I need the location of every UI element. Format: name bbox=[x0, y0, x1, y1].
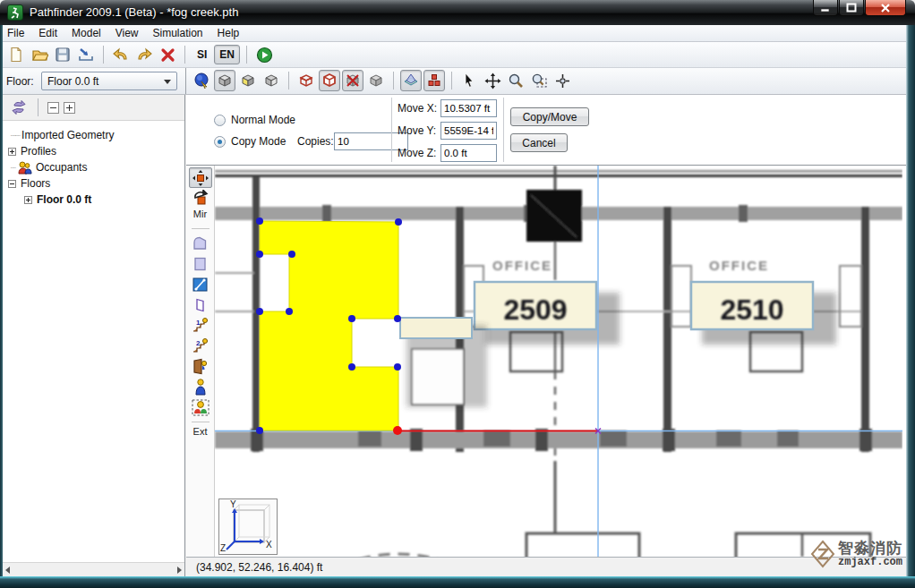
move-objects-tool[interactable] bbox=[189, 167, 212, 188]
scroll-right-icon[interactable] bbox=[177, 567, 182, 574]
toolbar-separator bbox=[451, 72, 452, 89]
vertex-handle[interactable] bbox=[256, 427, 263, 434]
vertex-handle[interactable] bbox=[256, 308, 263, 315]
expand-icon[interactable] bbox=[24, 196, 32, 204]
add-stairs-two-tool[interactable]: 2 bbox=[189, 336, 212, 356]
divider bbox=[391, 98, 392, 162]
view-front-button[interactable] bbox=[237, 70, 259, 91]
show-objects-button[interactable] bbox=[423, 70, 445, 91]
copy-mode-label: Copy Mode bbox=[231, 135, 286, 148]
add-stairs-tool[interactable]: 1 bbox=[189, 315, 212, 336]
draw-polygon-room-tool[interactable] bbox=[189, 233, 212, 253]
tree-item-floor-0[interactable]: Floor 0.0 ft bbox=[3, 192, 184, 208]
refresh-tree-button[interactable] bbox=[9, 98, 29, 117]
view-side-button[interactable] bbox=[261, 70, 282, 91]
normal-mode-radio[interactable] bbox=[214, 115, 226, 126]
floor-label: Floor: bbox=[6, 75, 34, 88]
redo-button[interactable] bbox=[133, 44, 155, 65]
wireframe-view-button[interactable] bbox=[295, 70, 317, 91]
add-occupant-group-tool[interactable] bbox=[189, 397, 212, 418]
vertex-handle[interactable] bbox=[348, 315, 355, 322]
undo-button[interactable] bbox=[110, 44, 132, 65]
tree-item-occupants[interactable]: ┈ Occupants bbox=[3, 159, 184, 175]
mirror-tool[interactable]: Mir bbox=[193, 209, 207, 225]
vertex-handle[interactable] bbox=[395, 218, 402, 226]
floor-dropdown[interactable]: Floor 0.0 ft bbox=[41, 72, 177, 90]
rotate-objects-tool[interactable] bbox=[189, 188, 212, 209]
open-file-button[interactable] bbox=[29, 44, 50, 65]
menu-simulation[interactable]: Simulation bbox=[146, 25, 210, 41]
selected-room-polygon[interactable] bbox=[260, 221, 398, 430]
scroll-left-icon[interactable] bbox=[5, 567, 10, 574]
tree-item-imported-geometry[interactable]: ┈┈ Imported Geometry bbox=[3, 127, 184, 143]
menu-help[interactable]: Help bbox=[210, 25, 247, 41]
vertex-handle[interactable] bbox=[348, 363, 355, 371]
zoom-point-tool-button[interactable] bbox=[552, 70, 573, 91]
svg-text:2: 2 bbox=[196, 339, 201, 347]
floor-dropdown-value: Floor 0.0 ft bbox=[47, 75, 98, 88]
toolbar-separator bbox=[393, 72, 394, 89]
add-door-tool[interactable] bbox=[189, 294, 212, 315]
vertex-handle[interactable] bbox=[394, 315, 401, 322]
menu-file[interactable]: File bbox=[0, 25, 31, 41]
move-x-input[interactable] bbox=[440, 99, 497, 117]
clip-plane-button[interactable] bbox=[400, 70, 422, 91]
toolbar-separator bbox=[246, 46, 247, 64]
new-file-button[interactable] bbox=[5, 44, 27, 65]
minimize-button[interactable] bbox=[813, 0, 838, 16]
run-simulation-button[interactable] bbox=[253, 44, 275, 65]
solid-view-button[interactable] bbox=[319, 70, 340, 91]
cancel-button[interactable]: Cancel bbox=[510, 133, 568, 152]
navigation-panel: ┈┈ Imported Geometry Profiles ┈ Occupant… bbox=[3, 95, 185, 576]
vertex-handle[interactable] bbox=[256, 251, 263, 258]
draw-thin-wall-tool[interactable] bbox=[189, 274, 212, 294]
en-units-button[interactable]: EN bbox=[214, 45, 240, 64]
show-geometry-button[interactable] bbox=[365, 70, 387, 91]
menu-bar: File Edit Model View Simulation Help bbox=[0, 25, 915, 42]
tree-item-profiles[interactable]: Profiles bbox=[3, 143, 184, 159]
toolbar-separator bbox=[103, 46, 104, 64]
add-occupant-tool[interactable] bbox=[189, 377, 212, 397]
view-top-button[interactable] bbox=[214, 70, 235, 91]
vertex-handle[interactable] bbox=[394, 363, 401, 371]
vertex-handle[interactable] bbox=[286, 308, 293, 315]
copy-mode-radio[interactable] bbox=[214, 136, 226, 148]
orbit-tool-button[interactable] bbox=[191, 70, 212, 91]
expand-all-button[interactable] bbox=[64, 102, 75, 114]
pan-tool-button[interactable] bbox=[482, 70, 503, 91]
tree-horizontal-scrollbar[interactable] bbox=[3, 562, 184, 576]
expand-icon[interactable] bbox=[8, 148, 16, 156]
si-units-button[interactable]: SI bbox=[192, 45, 212, 64]
collapse-all-button[interactable] bbox=[47, 102, 59, 114]
add-exit-door-tool[interactable] bbox=[189, 356, 212, 377]
hide-geometry-button[interactable] bbox=[342, 70, 363, 91]
move-z-input[interactable] bbox=[440, 144, 497, 162]
tree-item-floors[interactable]: Floors bbox=[3, 175, 184, 192]
title-bar[interactable]: Pathfinder 2009.1 (Beta) - *fog creek.pt… bbox=[0, 0, 915, 25]
copy-move-button[interactable]: Copy/Move bbox=[510, 107, 589, 126]
zoom-tool-button[interactable] bbox=[505, 70, 526, 91]
zoom-box-tool-button[interactable] bbox=[528, 70, 550, 91]
select-tool-button[interactable] bbox=[458, 70, 480, 91]
app-icon bbox=[7, 4, 23, 21]
menu-edit[interactable]: Edit bbox=[31, 25, 64, 41]
extract-tool[interactable]: Ext bbox=[193, 426, 208, 442]
delete-button[interactable] bbox=[157, 44, 178, 65]
divider bbox=[185, 68, 186, 94]
save-button[interactable] bbox=[52, 44, 73, 65]
maximize-button[interactable] bbox=[839, 0, 864, 16]
tree-guide: ┈ bbox=[11, 163, 15, 173]
watermark-logo-icon bbox=[810, 540, 835, 568]
floor-plan-canvas[interactable]: OFFICE OFFICE 2509 2510 bbox=[215, 166, 906, 557]
vertex-handle[interactable] bbox=[288, 251, 295, 258]
active-vertex-handle[interactable] bbox=[393, 426, 402, 435]
axis-orientation-widget[interactable]: Y X Z bbox=[218, 499, 278, 555]
vertex-handle[interactable] bbox=[256, 217, 263, 225]
menu-model[interactable]: Model bbox=[64, 25, 108, 41]
close-button[interactable] bbox=[865, 0, 906, 16]
menu-view[interactable]: View bbox=[108, 25, 146, 41]
draw-rectangle-room-tool[interactable] bbox=[189, 253, 212, 274]
collapse-icon[interactable] bbox=[8, 180, 16, 188]
move-y-input[interactable] bbox=[440, 122, 497, 140]
import-button[interactable] bbox=[75, 44, 97, 65]
